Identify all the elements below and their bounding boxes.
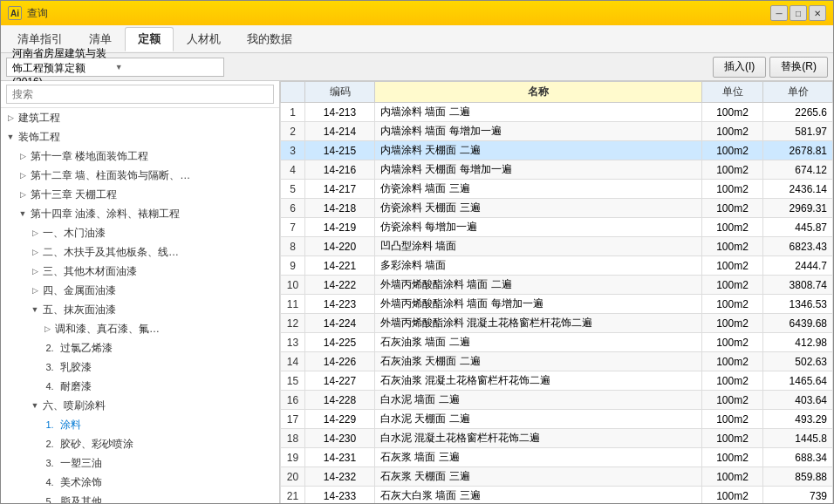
tree-item-label: 美术涂饰 <box>60 475 276 490</box>
tree-item[interactable]: ▷建筑工程 <box>1 108 279 127</box>
cell-price: 2436.14 <box>763 180 833 199</box>
cell-code: 14-222 <box>305 276 375 295</box>
table-row[interactable]: 1214-224外墙丙烯酸酯涂料 混凝土花格窗栏杆花饰二遍100m26439.6… <box>281 314 833 333</box>
table-row[interactable]: 1614-228白水泥 墙面 二遍100m2403.64 <box>281 391 833 410</box>
cell-price: 2444.7 <box>763 256 833 276</box>
cell-code: 14-224 <box>305 314 375 333</box>
tree-item[interactable]: 5.脂及其他 <box>1 492 279 503</box>
replace-button[interactable]: 替换(R) <box>769 57 828 78</box>
cell-price: 581.97 <box>763 122 833 141</box>
tree-expand-icon: 4. <box>41 476 58 488</box>
insert-button[interactable]: 插入(I) <box>713 57 766 78</box>
cell-unit: 100m2 <box>702 467 763 487</box>
tree-item[interactable]: ▷四、金属面油漆 <box>1 281 279 300</box>
table-row[interactable]: 1814-230白水泥 混凝土花格窗栏杆花饰二遍100m21445.8 <box>281 429 833 448</box>
table-row[interactable]: 1114-223外墙丙烯酸酯涂料 墙面 每增加一遍100m21346.53 <box>281 295 833 314</box>
tree-item[interactable]: ▷第十二章 墙、柱面装饰与隔断、… <box>1 166 279 185</box>
dropdown-arrow-icon: ▼ <box>115 63 218 72</box>
table-wrapper: 编码 名称 单位 单价 114-213内墙涂料 墙面 二遍100m22265.6… <box>280 81 833 503</box>
tree-item[interactable]: 2.胶砂、彩砂喷涂 <box>1 434 279 453</box>
cell-num: 3 <box>281 141 305 160</box>
tree-item-label: 乳胶漆 <box>60 360 276 375</box>
table-row[interactable]: 2114-233石灰大白浆 墙面 三遍100m2739 <box>281 487 833 504</box>
cell-num: 8 <box>281 237 305 256</box>
main-window: Ai 查询 ─ □ ✕ 清单指引 清单 定额 人材机 我的数据 河南省房屋建筑与… <box>0 0 834 504</box>
minimize-button[interactable]: ─ <box>770 5 788 21</box>
table-row[interactable]: 414-216内墙涂料 天棚面 每增加一遍100m2674.12 <box>281 160 833 180</box>
cell-num: 21 <box>281 487 305 504</box>
cell-price: 403.64 <box>763 391 833 410</box>
tab-quota[interactable]: 定额 <box>125 27 174 51</box>
table-row[interactable]: 714-219仿瓷涂料 每增加一遍100m2445.87 <box>281 218 833 237</box>
tree-item-label: 第十四章 油漆、涂料、裱糊工程 <box>31 207 276 221</box>
cell-unit: 100m2 <box>702 199 763 218</box>
tree-item[interactable]: ▷第十三章 天棚工程 <box>1 185 279 204</box>
table-row[interactable]: 1514-227石灰油浆 混凝土花格窗栏杆花饰二遍100m21465.64 <box>281 371 833 391</box>
cell-num: 10 <box>281 276 305 295</box>
tree-item[interactable]: ▷第十一章 楼地面装饰工程 <box>1 146 279 166</box>
quota-dropdown[interactable]: 河南省房屋建筑与装饰工程预算定额(2016) ▼ <box>6 58 224 77</box>
tree-item[interactable]: 4.美术涂饰 <box>1 473 279 492</box>
tree-item[interactable]: ▷一、木门油漆 <box>1 223 279 242</box>
table-row[interactable]: 314-215内墙涂料 天棚面 二遍100m22678.81 <box>281 141 833 160</box>
cell-name: 石灰浆 天棚面 三遍 <box>375 467 702 487</box>
tab-mydata[interactable]: 我的数据 <box>234 27 305 51</box>
tree-item[interactable]: 2.过氯乙烯漆 <box>1 338 279 358</box>
tree-expand-icon: 2. <box>41 438 58 450</box>
table-row[interactable]: 514-217仿瓷涂料 墙面 三遍100m22436.14 <box>281 180 833 199</box>
tree-expand-icon: ▼ <box>4 131 17 143</box>
tree-container: ▷建筑工程▼装饰工程▷第十一章 楼地面装饰工程▷第十二章 墙、柱面装饰与隔断、…… <box>1 108 279 503</box>
cell-unit: 100m2 <box>702 141 763 160</box>
table-row[interactable]: 1014-222外墙丙烯酸酯涂料 墙面 二遍100m23808.74 <box>281 276 833 295</box>
tree-expand-icon: ▷ <box>29 284 41 296</box>
col-header-price: 单价 <box>763 82 833 103</box>
table-row[interactable]: 1914-231石灰浆 墙面 三遍100m2688.34 <box>281 448 833 467</box>
table-row[interactable]: 914-221多彩涂料 墙面100m22444.7 <box>281 256 833 276</box>
table-row[interactable]: 1414-226石灰油浆 天棚面 二遍100m2502.63 <box>281 352 833 371</box>
table-row[interactable]: 1314-225石灰油浆 墙面 二遍100m2412.98 <box>281 333 833 352</box>
tree-item[interactable]: ▼六、喷刷涂料 <box>1 396 279 415</box>
close-button[interactable]: ✕ <box>809 5 826 21</box>
tree-item[interactable]: 4.耐磨漆 <box>1 377 279 396</box>
cell-num: 20 <box>281 467 305 487</box>
tree-item[interactable]: ▼装饰工程 <box>1 127 279 146</box>
cell-code: 14-213 <box>305 103 375 122</box>
cell-unit: 100m2 <box>702 276 763 295</box>
toolbar-right: 插入(I) 替换(R) <box>713 57 828 78</box>
search-input[interactable] <box>6 85 274 104</box>
cell-unit: 100m2 <box>702 391 763 410</box>
tree-item[interactable]: ▼第十四章 油漆、涂料、裱糊工程 <box>1 204 279 223</box>
tree-item[interactable]: 3.乳胶漆 <box>1 358 279 377</box>
tree-item[interactable]: ▼五、抹灰面油漆 <box>1 300 279 319</box>
col-header-unit: 单位 <box>702 82 763 103</box>
tree-item[interactable]: ▷二、木扶手及其他板条、线… <box>1 242 279 262</box>
tab-labor[interactable]: 人材机 <box>174 27 234 51</box>
table-row[interactable]: 114-213内墙涂料 墙面 二遍100m22265.6 <box>281 103 833 122</box>
tree-item[interactable]: 3.一塑三油 <box>1 453 279 473</box>
cell-num: 19 <box>281 448 305 467</box>
table-row[interactable]: 614-218仿瓷涂料 天棚面 三遍100m22969.31 <box>281 199 833 218</box>
cell-name: 多彩涂料 墙面 <box>375 256 702 276</box>
cell-code: 14-225 <box>305 333 375 352</box>
tree-item-label: 涂料 <box>60 418 276 432</box>
cell-num: 2 <box>281 122 305 141</box>
table-row[interactable]: 1714-229白水泥 天棚面 二遍100m2493.29 <box>281 410 833 429</box>
col-header-code: 编码 <box>305 82 375 103</box>
col-header-name: 名称 <box>375 82 702 103</box>
cell-unit: 100m2 <box>702 160 763 180</box>
cell-name: 内墙涂料 天棚面 二遍 <box>375 141 702 160</box>
tree-expand-icon: ▷ <box>29 265 41 277</box>
table-row[interactable]: 2014-232石灰浆 天棚面 三遍100m2859.88 <box>281 467 833 487</box>
tree-item[interactable]: 1.涂料 <box>1 415 279 434</box>
app-icon: Ai <box>8 6 22 20</box>
cell-unit: 100m2 <box>702 295 763 314</box>
tree-item[interactable]: ▷三、其他木材面油漆 <box>1 262 279 281</box>
table-row[interactable]: 814-220凹凸型涂料 墙面100m26823.43 <box>281 237 833 256</box>
cell-name: 外墙丙烯酸酯涂料 墙面 每增加一遍 <box>375 295 702 314</box>
table-row[interactable]: 214-214内墙涂料 墙面 每增加一遍100m2581.97 <box>281 122 833 141</box>
tree-item-label: 四、金属面油漆 <box>43 283 276 298</box>
maximize-button[interactable]: □ <box>790 5 807 21</box>
tree-item[interactable]: ▷调和漆、真石漆、氟… <box>1 319 279 338</box>
cell-code: 14-226 <box>305 352 375 371</box>
cell-price: 493.29 <box>763 410 833 429</box>
